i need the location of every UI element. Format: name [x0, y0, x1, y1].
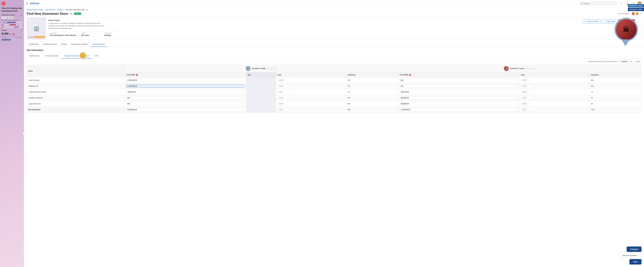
tab-site-information[interactable]: Site Information	[90, 42, 107, 47]
search-box[interactable]: 🔍	[579, 2, 617, 6]
scenario1-more-btn[interactable]: ⬡	[274, 67, 276, 70]
scenario1-export-btn[interactable]: ⬡	[270, 67, 273, 70]
sub-tab-capital-investment[interactable]: Capital Investment & Incentives	[62, 54, 92, 58]
info-icon: i	[136, 74, 138, 76]
s1-area-input[interactable]	[278, 90, 289, 94]
s2-cost-input[interactable]	[400, 102, 518, 106]
sub-tab-kpis[interactable]: KPIs	[92, 54, 101, 58]
milestones-section-label: Milestones / Tasks ▲	[2, 14, 22, 16]
page-area: Nakisa Product Center / Site Selection /…	[24, 7, 644, 267]
s2-cost-input[interactable]	[400, 90, 518, 94]
premise-select[interactable]: Premise	[620, 60, 634, 64]
s1-cost-input[interactable]	[126, 96, 244, 100]
s2-cost-input[interactable]	[400, 84, 518, 88]
s1-cost-input[interactable]	[126, 84, 244, 88]
archive-project-button[interactable]: Archive project 🗃	[618, 19, 635, 23]
site-cell	[246, 107, 276, 113]
s2-area-input[interactable]	[521, 102, 532, 106]
tab-identification[interactable]: Identification	[27, 42, 41, 47]
s1-cost-input[interactable]	[126, 108, 244, 111]
gantt-list-btn[interactable]: ☰	[2, 16, 4, 19]
edit-icon[interactable]: ✏	[44, 18, 45, 20]
add-scenarios-button[interactable]: Add more scenarios ＋	[620, 253, 642, 258]
chevron-up-icon: ▲	[21, 14, 22, 16]
tab-milestones[interactable]: Milestones/Tasks	[41, 42, 59, 47]
s2-cost-area-cell: N/A	[589, 77, 641, 83]
s1-cost-area-cell: N/A	[346, 101, 398, 107]
s1-area-input[interactable]	[278, 84, 289, 88]
page-title: Find New Downtown Store	[27, 12, 68, 16]
budget-bar-fill	[2, 39, 11, 40]
magnify-icon[interactable]: 🔍	[70, 12, 72, 15]
sidebar-expand-button[interactable]: ›	[22, 132, 26, 135]
s1-area-input[interactable]	[278, 96, 289, 100]
s1-cost-input[interactable]	[126, 90, 244, 94]
copy-icon: 📄	[604, 20, 606, 22]
table-row: Building Cost 270 N/A	[27, 83, 641, 89]
scenario2-header: Scenario 2: Lease ✏ ⬡ ⬡	[398, 65, 641, 72]
nav-logo: NAKISA	[30, 2, 40, 5]
sub-tabs: Identification Forecasted Sales Capital …	[27, 54, 641, 58]
s2-area-input[interactable]	[521, 90, 532, 94]
units-label: Units	[634, 60, 641, 64]
search-icon: 🔍	[581, 2, 583, 4]
s1-cost-cell	[124, 83, 246, 89]
s1-area-input[interactable]	[278, 78, 289, 82]
scenario1-header: Scenario 1: Build ✏ ⬡ ⬡	[124, 65, 398, 72]
gantt-cal3-btn[interactable]: ▦	[12, 16, 14, 19]
scenario1-tab[interactable]: Scenario 1: Build	[628, 8, 644, 11]
scenario2-more-btn[interactable]: ⬡	[532, 67, 535, 70]
budget-value: 9.4MUSD i	[2, 32, 22, 36]
search-input[interactable]	[584, 2, 611, 4]
s1-area-input[interactable]	[278, 102, 289, 106]
scenario2-export-btn[interactable]: ⬡	[529, 67, 532, 70]
tab-geographic[interactable]: Geographic Definition	[69, 42, 90, 47]
s1-cost-cell	[124, 95, 246, 101]
s2-area-cell	[519, 95, 589, 101]
sub-tab-identification[interactable]: Identification	[27, 54, 42, 58]
breadcrumb-product-center[interactable]: Nakisa Product Center	[27, 9, 43, 11]
help-button[interactable]: ?	[619, 2, 624, 6]
copy-project-button[interactable]: 📄 Copy project	[602, 19, 617, 24]
scenario1-edit-btn[interactable]: ✏	[267, 67, 270, 70]
table-row: Lease (first year) N/A 30	[27, 101, 641, 107]
s2-area-input[interactable]	[521, 78, 532, 82]
breadcrumb-projects[interactable]: Projects	[58, 9, 64, 11]
s2-area-input[interactable]	[521, 96, 532, 100]
s1-area-input[interactable]	[278, 108, 289, 111]
applicable-to-label: Applicable to	[50, 32, 76, 34]
attach-premises-button[interactable]: 📎 Attach premises	[582, 19, 600, 24]
save-button[interactable]: Save	[629, 259, 642, 264]
search-icon-small: 🔍	[86, 9, 88, 11]
breadcrumb-site-selection[interactable]: Site Selection	[45, 9, 55, 11]
gantt-cal1-btn[interactable]: ▦	[6, 16, 9, 19]
project-item-field: Project Item Building	[103, 31, 124, 38]
tab-people[interactable]: People	[59, 42, 69, 47]
s2-area-input[interactable]	[521, 84, 532, 88]
scenario2-tab[interactable]: Scenario 2: Lease	[628, 4, 644, 8]
add-pm-button[interactable]: +	[640, 12, 641, 15]
project-card: ✏ 🏢 ID 56684 High Priority About Project…	[27, 17, 641, 40]
table-row: Net Investment 565 1150	[27, 107, 641, 113]
s2-cost-input[interactable]	[400, 78, 518, 82]
s2-cost-input[interactable]	[400, 108, 518, 111]
more-options-button[interactable]: ⋮	[636, 19, 640, 24]
s1-cost-input[interactable]	[126, 78, 244, 82]
s1-area-cell	[276, 101, 346, 107]
site-info-title: Site Information	[27, 49, 641, 52]
gantt-cal2-btn[interactable]: ▦	[9, 16, 11, 19]
s2-cost-input[interactable]	[400, 96, 518, 100]
s2-area-input[interactable]	[521, 108, 532, 111]
compare-button[interactable]: Compare	[626, 246, 642, 252]
hamburger-icon[interactable]: ☰	[26, 2, 28, 5]
s2-area-cell	[519, 107, 589, 113]
s1-cost-cell	[124, 107, 246, 113]
s1-cost-input[interactable]	[126, 102, 244, 106]
budget-bar-values: 3,018,545.00 6,381,455.00	[2, 38, 22, 39]
project-info: About Project To align with our company'…	[46, 18, 581, 40]
archive-icon: 🗃	[632, 20, 633, 22]
s2-cost-area-header: Cost/Area	[589, 72, 641, 77]
scenario2-edit-btn[interactable]: ✏	[525, 67, 528, 70]
sub-tab-forecasted-sales[interactable]: Forecasted Sales	[42, 54, 62, 58]
gantt-grid-btn[interactable]: ⊞	[4, 16, 6, 19]
